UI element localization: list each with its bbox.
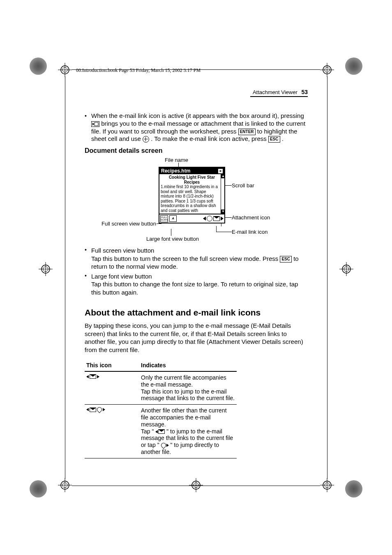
registration-mark-icon: [58, 63, 72, 77]
table-cell-description: Only the current file accompanies the e-…: [139, 371, 237, 405]
table-header-icon: This icon: [85, 359, 139, 371]
page-header: Attachment Viewer 53: [253, 89, 308, 95]
email-link-icon: [90, 374, 96, 379]
esc-key-icon: ESC: [268, 136, 280, 143]
table-cell-description: Another file other than the current file…: [139, 405, 237, 458]
attachment-icon: [207, 216, 212, 221]
nav-pad-icon: [143, 136, 149, 143]
crop-line: [327, 76, 327, 479]
attachment-jump-icon: [161, 443, 169, 448]
table-cell-icon: [85, 405, 139, 458]
large-font-button-icon: A: [169, 215, 177, 222]
bullet-item: • When the e-mail link icon is active (i…: [85, 112, 307, 143]
screen-text: 1.mbine first 10 ingredients in a bowl a…: [161, 184, 223, 213]
bullet-description: Tap this button to change the font size …: [91, 280, 307, 296]
subheading-document-details: Document details screen: [85, 147, 307, 154]
printer-mark-icon: [30, 480, 47, 497]
label-attachment-icon: Attachment icon: [232, 214, 270, 221]
full-screen-button-icon: FULLSCRN: [160, 215, 168, 222]
content-area: • When the e-mail link icon is active (i…: [85, 112, 307, 458]
scroll-up-icon: ▲: [221, 174, 225, 178]
label-file-name: File name: [165, 157, 188, 163]
crop-line: [65, 76, 65, 479]
bullet-title: Large font view button: [91, 272, 307, 281]
prev-icon: [86, 375, 89, 378]
email-jump-icon: [155, 429, 165, 434]
bullet-dot-icon: •: [85, 112, 91, 119]
screen-title-bar: Recipes.htm ×: [159, 168, 224, 174]
registration-mark-icon: [39, 262, 53, 276]
next-icon: [103, 408, 105, 411]
header-rule: [250, 96, 308, 97]
close-icon: ×: [218, 169, 223, 173]
bullet-title: Full screen view button: [91, 246, 307, 255]
crop-line: [72, 486, 320, 486]
table-row: Another file other than the current file…: [85, 405, 237, 458]
label-email-link-icon: E-mail link icon: [232, 229, 267, 235]
bullet-text: When the e-mail link icon is active (it …: [91, 112, 307, 143]
registration-mark-icon: [320, 63, 334, 77]
enter-key-icon: ENTER: [238, 129, 256, 135]
email-link-icon: [90, 408, 96, 412]
bullet-dot-icon: •: [85, 272, 91, 297]
svg-marker-28: [92, 122, 94, 126]
screen-body: ▲ ▼ Cooking Light Five Star Recipes 1.mb…: [159, 174, 224, 214]
section-name: Attachment Viewer: [253, 89, 297, 95]
prev-icon: [203, 216, 206, 221]
svg-rect-29: [95, 122, 98, 126]
screen-mockup: Recipes.htm × ▲ ▼ Cooking Light Five Sta…: [159, 167, 225, 223]
bullet-item: • Full screen view button Tap this butto…: [85, 246, 307, 271]
prev-icon: [86, 408, 89, 411]
label-scroll-bar: Scroll bar: [232, 182, 254, 189]
section-heading-attachment-icons: About the attachment and e-mail link ico…: [85, 308, 307, 318]
printer-mark-icon: [30, 58, 47, 75]
screen-toolbar: FULLSCRN A: [159, 214, 224, 223]
scroll-bar: ▲ ▼: [221, 174, 225, 214]
screen-title-text: Recipes.htm: [161, 168, 190, 174]
screen-heading: Cooking Light Five Star Recipes: [161, 175, 223, 184]
attachment-icon: [96, 406, 103, 413]
registration-mark-icon: [58, 478, 72, 492]
scroll-down-icon: ▼: [221, 210, 225, 214]
email-link-icon: [213, 216, 220, 221]
bullet-description: Tap this button to turn the screen to th…: [91, 255, 307, 271]
icon-table: This icon Indicates Only the current fil…: [85, 359, 237, 458]
page: 00.Introduction.book Page 53 Friday, Mar…: [0, 0, 392, 555]
esc-key-icon: ESC: [280, 256, 292, 263]
bullet-item: • Large font view button Tap this button…: [85, 272, 307, 297]
next-icon: [221, 216, 224, 221]
bullet-dot-icon: •: [85, 246, 91, 271]
section-paragraph: By tapping these icons, you can jump to …: [85, 322, 307, 354]
printer-mark-icon: [345, 480, 362, 497]
label-large-font-button: Large font view button: [146, 236, 199, 242]
email-link-icon: [91, 121, 99, 127]
document-details-diagram: File name Scroll bar Attachment icon E-m…: [85, 157, 307, 243]
printer-mark-icon: [345, 58, 362, 75]
next-icon: [97, 375, 99, 378]
table-cell-icon: [85, 371, 139, 405]
page-number: 53: [301, 89, 308, 95]
registration-mark-icon: [339, 262, 353, 276]
registration-mark-icon: [320, 478, 334, 492]
label-full-screen-button: Full screen view button: [101, 221, 156, 227]
table-header-indicates: Indicates: [139, 359, 237, 371]
table-row: Only the current file accompanies the e-…: [85, 371, 237, 405]
running-header: 00.Introduction.book Page 53 Friday, Mar…: [76, 67, 201, 74]
